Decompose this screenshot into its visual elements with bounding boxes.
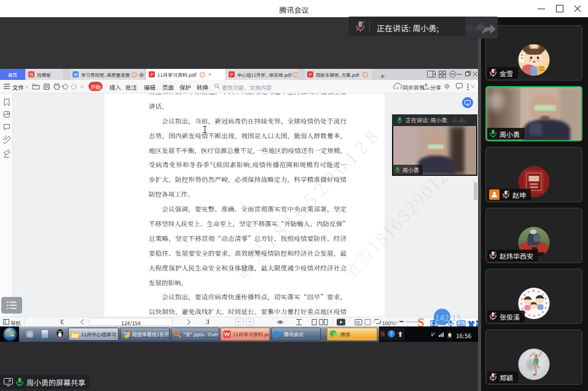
svg-text:M: M: [356, 319, 360, 325]
